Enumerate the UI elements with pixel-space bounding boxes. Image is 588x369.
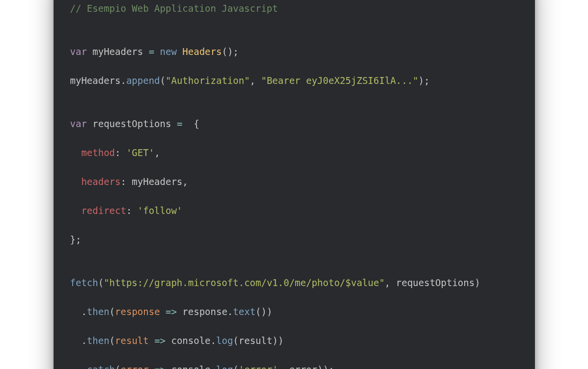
- dot: .: [120, 75, 126, 86]
- comma: ,: [250, 75, 261, 86]
- dot: .: [81, 335, 86, 346]
- brace-open: {: [188, 118, 199, 129]
- paren: (: [233, 335, 238, 346]
- method-log: log: [216, 335, 233, 346]
- colon: :: [115, 147, 126, 158]
- method-then: then: [87, 306, 110, 317]
- ident-error: error: [289, 364, 317, 369]
- colon: :: [120, 176, 132, 187]
- ident-myheaders: myHeaders: [132, 176, 182, 187]
- paren: (: [233, 364, 238, 369]
- method-then: then: [87, 335, 110, 346]
- paren: (: [98, 277, 104, 288]
- comma: ,: [385, 277, 396, 288]
- dot: .: [211, 364, 216, 369]
- kw-new: new: [160, 46, 177, 57]
- paren: ): [261, 306, 267, 317]
- paren: ): [419, 75, 424, 86]
- str-url: "https://graph.microsoft.com/v1.0/me/pho…: [104, 277, 385, 288]
- paren: (: [115, 364, 120, 369]
- method-text: text: [233, 306, 255, 317]
- brace-close: }: [70, 234, 76, 245]
- paren: ): [278, 335, 283, 346]
- code-editor-content: // Esempio Web Application Javascript va…: [54, 0, 535, 369]
- semi: ;: [76, 234, 81, 245]
- code-window: // Esempio Web Application Javascript va…: [54, 0, 535, 369]
- op-arrow: =>: [149, 335, 171, 346]
- kw-var: var: [70, 118, 87, 129]
- param-response: response: [115, 306, 160, 317]
- paren: ): [323, 364, 328, 369]
- dot: .: [211, 335, 216, 346]
- str-auth: "Authorization": [166, 75, 250, 86]
- str-get: 'GET': [126, 147, 154, 158]
- paren: (: [110, 306, 115, 317]
- ident-console: console: [171, 364, 210, 369]
- paren: ): [317, 364, 323, 369]
- str-bearer: "Bearer eyJ0eX25jZSI6IlA...": [261, 75, 418, 86]
- op-assign: =: [171, 118, 188, 129]
- class-headers: Headers: [182, 46, 222, 57]
- op-arrow: =>: [160, 306, 183, 317]
- semi: ;: [233, 46, 238, 57]
- prop-redirect: redirect: [81, 205, 126, 216]
- paren: (: [222, 46, 227, 57]
- colon: :: [126, 205, 138, 216]
- paren: ): [267, 306, 272, 317]
- dot: .: [81, 364, 86, 369]
- func-fetch: fetch: [70, 277, 98, 288]
- comma: ,: [278, 364, 289, 369]
- str-error: 'error': [239, 364, 278, 369]
- ident-myheaders: myHeaders: [70, 75, 121, 86]
- op-assign: =: [143, 46, 160, 57]
- ident-requestoptions: requestOptions: [92, 118, 171, 129]
- method-catch: catch: [87, 364, 115, 369]
- paren: (: [255, 306, 261, 317]
- semi: ;: [329, 364, 334, 369]
- ident-requestoptions: requestOptions: [396, 277, 475, 288]
- prop-method: method: [81, 147, 115, 158]
- ident-result: result: [239, 335, 273, 346]
- paren: ): [227, 46, 233, 57]
- param-result: result: [115, 335, 149, 346]
- paren: ): [475, 277, 480, 288]
- str-follow: 'follow': [138, 205, 183, 216]
- kw-var: var: [70, 46, 87, 57]
- dot: .: [81, 306, 86, 317]
- ident-response: response: [182, 306, 227, 317]
- ident-myheaders: myHeaders: [92, 46, 143, 57]
- comma: ,: [154, 147, 160, 158]
- paren: ): [272, 335, 278, 346]
- op-arrow: =>: [149, 364, 171, 369]
- paren: (: [110, 335, 115, 346]
- method-log: log: [216, 364, 233, 369]
- comma: ,: [182, 176, 188, 187]
- prop-headers: headers: [81, 176, 120, 187]
- param-error: error: [121, 364, 149, 369]
- ident-console: console: [171, 335, 210, 346]
- code-comment: // Esempio Web Application Javascript: [70, 3, 278, 14]
- dot: .: [227, 306, 233, 317]
- method-append: append: [126, 75, 160, 86]
- paren: (: [160, 75, 166, 86]
- semi: ;: [424, 75, 429, 86]
